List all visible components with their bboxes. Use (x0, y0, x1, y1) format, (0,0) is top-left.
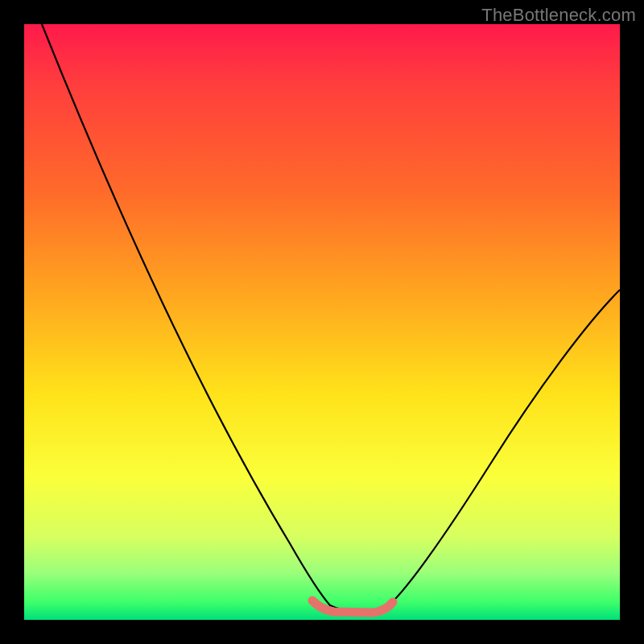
curve-path (42, 24, 620, 611)
chart-frame: TheBottleneck.com (0, 0, 644, 644)
watermark-text: TheBottleneck.com (481, 5, 636, 26)
plot-area (24, 24, 620, 620)
min-plateau-marker (312, 601, 393, 613)
bottleneck-curve (24, 24, 620, 620)
